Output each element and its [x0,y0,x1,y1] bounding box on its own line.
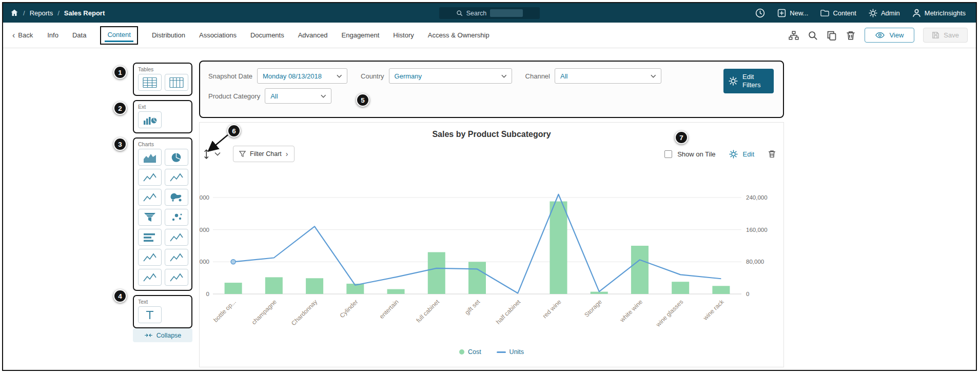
plus-square-icon [777,9,786,17]
history-clock-icon[interactable] [755,8,765,18]
tab-history[interactable]: History [393,31,414,39]
chevron-down-icon [651,74,656,78]
annotation-badge-6: 6 [227,124,241,137]
tab-access-ownership[interactable]: Access & Ownership [428,31,489,39]
chevron-left-icon: ‹ [12,31,15,40]
global-search-input[interactable]: Search [439,7,540,19]
topbar-actions: New... Content Admin MetricInsights [755,8,976,18]
line-chart-icon[interactable] [165,169,188,186]
search-placeholder: Search [466,10,487,17]
legend-dot-icon [459,349,464,355]
view-label: View [889,31,904,39]
breadcrumb-separator: / [57,9,60,17]
svg-text:wine rack: wine rack [701,298,726,322]
line-chart-icon[interactable] [138,249,162,266]
search-icon[interactable] [808,30,818,41]
duplicate-icon[interactable] [827,30,837,41]
annotation-arrow [203,133,232,156]
line-chart-icon[interactable] [165,269,188,286]
filter-select-country[interactable]: Germany [389,68,512,84]
svg-text:2,000: 2,000 [200,227,209,233]
annotation-badge-1: 1 [113,66,127,79]
tab-data[interactable]: Data [72,31,86,39]
map-chart-icon[interactable] [165,189,188,206]
filter-label-snapshot-date: Snapshot Date [208,72,252,80]
save-button[interactable]: Save [923,28,968,43]
svg-text:bottle op...: bottle op... [212,298,238,324]
user-menu[interactable]: MetricInsights [912,9,966,17]
filter-group-product-category: Product CategoryAll [208,88,331,104]
table-columns-icon[interactable] [165,74,188,91]
line-chart-icon[interactable] [165,249,188,266]
home-icon[interactable] [10,9,18,17]
admin-menu[interactable]: Admin [869,9,900,17]
chevron-down-icon [321,94,326,98]
filter-value: Germany [395,72,422,80]
bar-list-icon[interactable] [138,229,162,246]
line-chart-icon[interactable] [138,269,162,286]
filter-select-snapshot-date[interactable]: Monday 08/13/2018 [257,68,347,84]
tabbar: ‹ Back InfoDataContentDistributionAssoci… [3,23,976,48]
palette-section-tables: Tables [133,63,192,96]
palette-icon-grid [138,111,187,128]
search-icon [456,10,463,16]
text-icon[interactable] [138,306,162,323]
funnel-chart-icon[interactable] [138,209,162,226]
chevron-down-icon [501,74,507,78]
show-on-tile-label: Show on Tile [677,150,715,158]
line-chart-icon[interactable] [138,189,162,206]
save-label: Save [944,31,959,39]
user-menu-label: MetricInsights [925,9,966,17]
view-button[interactable]: View [865,28,914,43]
tab-engagement[interactable]: Engagement [342,31,380,39]
trash-icon[interactable] [846,30,856,41]
edit-chart-button[interactable]: Edit [743,150,754,158]
topbar: / Reports / Sales Report Search New... C… [3,3,976,23]
lineage-sitemap-icon[interactable] [789,30,799,41]
pie-chart-icon[interactable] [165,149,188,166]
svg-text:wine glasses: wine glasses [654,298,684,328]
legend-item-units[interactable]: Units [497,348,524,356]
edit-filters-button[interactable]: Edit Filters [723,69,774,93]
tab-documents[interactable]: Documents [250,31,284,39]
show-on-tile-checkbox[interactable] [664,150,672,158]
tab-advanced[interactable]: Advanced [298,31,328,39]
area-chart-icon[interactable] [138,149,162,166]
new-menu[interactable]: New... [777,9,808,17]
combo-chart[interactable]: 3,000240,0002,000160,0001,00080,00000bot… [200,164,783,346]
line-chart-icon[interactable] [138,169,162,186]
trash-icon[interactable] [768,149,776,159]
tab-info[interactable]: Info [47,31,58,39]
chevron-down-icon [337,74,342,78]
gear-icon[interactable] [729,150,738,159]
chart-legend: CostUnits [200,348,783,356]
back-button[interactable]: ‹ Back [3,31,33,40]
breadcrumb-reports[interactable]: Reports [30,9,53,17]
filter-chart-button[interactable]: Filter Chart › [233,146,295,162]
svg-text:Storage: Storage [583,298,603,319]
palette-section-label: Text [138,299,187,305]
tab-content[interactable]: Content [100,26,138,45]
search-input-area[interactable] [490,9,523,17]
gear-icon [869,9,877,17]
content-menu[interactable]: Content [820,9,856,17]
svg-text:full cabinet: full cabinet [415,298,441,324]
collapse-button[interactable]: Collapse [133,328,192,342]
table-grid-icon[interactable] [138,74,162,91]
combo-chart-icon[interactable] [138,111,162,128]
filter-value: All [560,72,567,80]
palette-section-ext: Ext [133,100,192,133]
svg-text:1,000: 1,000 [200,259,209,265]
filter-select-product-category[interactable]: All [265,88,331,104]
scatter-chart-icon[interactable] [165,209,188,226]
annotation-badge-3: 3 [113,137,127,151]
legend-item-cost[interactable]: Cost [459,348,481,356]
tab-distribution[interactable]: Distribution [152,31,185,39]
tab-associations[interactable]: Associations [199,31,237,39]
filter-value: All [270,92,278,100]
legend-line-icon [497,351,506,353]
svg-text:Cylinder: Cylinder [338,298,359,319]
filter-group-channel: ChannelAll [525,68,661,84]
line-chart-icon[interactable] [165,229,188,246]
filter-select-channel[interactable]: All [555,68,661,84]
